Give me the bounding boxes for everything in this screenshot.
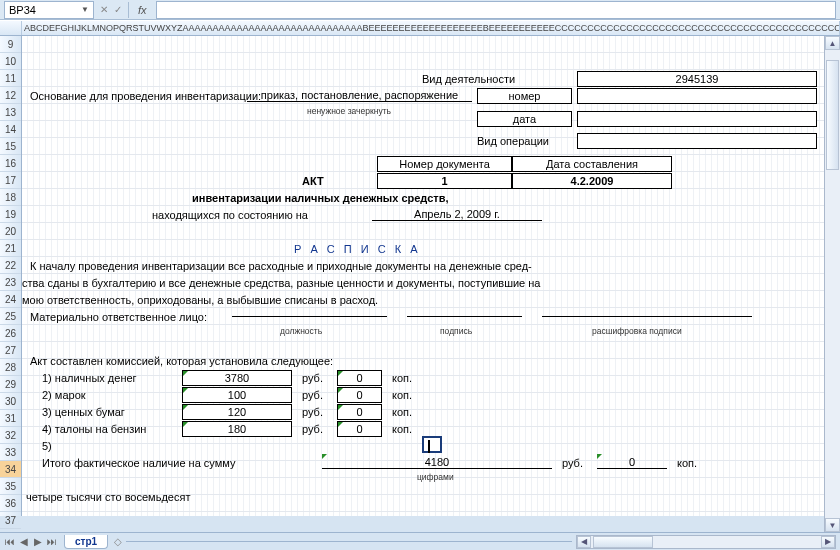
row-header-29[interactable]: 29 xyxy=(0,376,21,393)
row-header-28[interactable]: 28 xyxy=(0,359,21,376)
item3-rub[interactable]: 120 xyxy=(182,404,292,420)
item3-kop[interactable]: 0 xyxy=(337,404,382,420)
tab-last-icon[interactable]: ⏭ xyxy=(46,536,58,547)
activity-value-cell: 2945139 xyxy=(577,71,817,87)
doc-number-value: 1 xyxy=(377,173,512,189)
row-headers[interactable]: 9101112131415161718192021222324252627282… xyxy=(0,36,22,516)
item4-label: 4) талоны на бензин xyxy=(42,423,146,435)
total-label: Итого фактическое наличие на сумму xyxy=(42,457,235,469)
akt-title: инвентаризации наличных денежных средств… xyxy=(192,192,449,204)
sign-caption: подпись xyxy=(440,326,472,336)
para-line-3: мою ответственность, оприходованы, а выб… xyxy=(22,294,378,306)
formula-icons: ✕ ✓ xyxy=(100,4,122,15)
doc-date-header: Дата составления xyxy=(512,156,672,172)
column-headers[interactable]: ABCDEFGHIJKLMNOPQRSTUVWXYZAAAAAAAAAAAAAA… xyxy=(0,20,840,36)
amount-words: четыре тысячи сто восемьдесят xyxy=(26,491,190,503)
item2-label: 2) марок xyxy=(42,389,86,401)
para-line-1: К началу проведения инвентаризации все р… xyxy=(30,260,532,272)
active-cell[interactable] xyxy=(422,436,442,453)
resp-person-label: Материально ответственное лицо: xyxy=(30,311,207,323)
row-header-11[interactable]: 11 xyxy=(0,70,21,87)
resp-sign-line[interactable] xyxy=(407,316,522,317)
row-header-32[interactable]: 32 xyxy=(0,427,21,444)
select-all-corner[interactable] xyxy=(0,21,22,35)
row-header-12[interactable]: 12 xyxy=(0,87,21,104)
sheet-tabs-bar: ⏮ ◀ ▶ ⏭ стр1 ◇ ◀ ▶ xyxy=(0,532,840,550)
enter-icon[interactable]: ✓ xyxy=(114,4,122,15)
scroll-up-icon[interactable]: ▲ xyxy=(825,36,840,50)
order-underline: приказ, постановление, распоряжение xyxy=(247,89,472,102)
name-box[interactable]: BP34 ▼ xyxy=(4,1,94,19)
row-header-27[interactable]: 27 xyxy=(0,342,21,359)
item5-label: 5) xyxy=(42,440,52,452)
formula-bar: BP34 ▼ ✕ ✓ fx xyxy=(0,0,840,20)
row-header-20[interactable]: 20 xyxy=(0,223,21,240)
name-box-value: BP34 xyxy=(9,4,36,16)
vertical-scrollbar[interactable]: ▲ ▼ xyxy=(824,36,840,532)
as-of-date: Апрель 2, 2009 г. xyxy=(372,208,542,221)
sheet-tab-active[interactable]: стр1 xyxy=(64,535,108,549)
row-header-22[interactable]: 22 xyxy=(0,257,21,274)
date-value-cell[interactable] xyxy=(577,111,817,127)
formula-input[interactable] xyxy=(156,1,836,19)
row-header-26[interactable]: 26 xyxy=(0,325,21,342)
row-header-15[interactable]: 15 xyxy=(0,138,21,155)
row-header-18[interactable]: 18 xyxy=(0,189,21,206)
label-operation-type: Вид операции xyxy=(477,135,549,147)
text-caret xyxy=(428,440,430,453)
fx-icon[interactable]: fx xyxy=(135,4,150,16)
item4-kop[interactable]: 0 xyxy=(337,421,382,437)
scroll-track[interactable] xyxy=(825,50,840,518)
row-header-35[interactable]: 35 xyxy=(0,478,21,495)
raspiska-title: Р А С П И С К А xyxy=(294,243,421,255)
tab-first-icon[interactable]: ⏮ xyxy=(4,536,16,547)
scroll-left-icon[interactable]: ◀ xyxy=(577,536,591,548)
item1-rub[interactable]: 3780 xyxy=(182,370,292,386)
row-header-21[interactable]: 21 xyxy=(0,240,21,257)
tab-prev-icon[interactable]: ◀ xyxy=(18,536,30,547)
row-header-19[interactable]: 19 xyxy=(0,206,21,223)
row-header-23[interactable]: 23 xyxy=(0,274,21,291)
row-header-10[interactable]: 10 xyxy=(0,53,21,70)
scroll-thumb[interactable] xyxy=(826,60,839,170)
item4-rub[interactable]: 180 xyxy=(182,421,292,437)
hscroll-thumb[interactable] xyxy=(593,536,653,548)
name-box-dropdown-icon[interactable]: ▼ xyxy=(81,5,89,14)
row-header-37[interactable]: 37 xyxy=(0,512,21,529)
doc-number-header: Номер документа xyxy=(377,156,512,172)
row-header-17[interactable]: 17 xyxy=(0,172,21,189)
row-header-36[interactable]: 36 xyxy=(0,495,21,512)
cancel-icon[interactable]: ✕ xyxy=(100,4,108,15)
item3-label: 3) ценных бумаг xyxy=(42,406,125,418)
row-header-34[interactable]: 34 xyxy=(0,461,21,478)
row-header-24[interactable]: 24 xyxy=(0,291,21,308)
tab-next-icon[interactable]: ▶ xyxy=(32,536,44,547)
commission-label: Акт составлен комиссией, которая установ… xyxy=(30,355,333,367)
row-header-33[interactable]: 33 xyxy=(0,444,21,461)
label-activity-type: Вид деятельности xyxy=(422,73,515,85)
para-line-2: ства сданы в бухгалтерию и все денежные … xyxy=(22,277,540,289)
post-caption: должность xyxy=(280,326,322,336)
worksheet[interactable]: Вид деятельности 2945139 Основание для п… xyxy=(22,36,840,516)
new-sheet-icon[interactable]: ◇ xyxy=(114,536,122,547)
row-header-16[interactable]: 16 xyxy=(0,155,21,172)
row-header-9[interactable]: 9 xyxy=(0,36,21,53)
horizontal-scrollbar[interactable]: ◀ ▶ xyxy=(576,535,836,549)
column-letters[interactable]: ABCDEFGHIJKLMNOPQRSTUVWXYZAAAAAAAAAAAAAA… xyxy=(22,21,840,35)
decode-caption: расшифровка подписи xyxy=(592,326,682,336)
item2-rub[interactable]: 100 xyxy=(182,387,292,403)
row-header-30[interactable]: 30 xyxy=(0,393,21,410)
resp-decode-line[interactable] xyxy=(542,316,752,317)
scroll-right-icon[interactable]: ▶ xyxy=(821,536,835,548)
scroll-down-icon[interactable]: ▼ xyxy=(825,518,840,532)
item1-kop[interactable]: 0 xyxy=(337,370,382,386)
doc-date-value: 4.2.2009 xyxy=(512,173,672,189)
operation-value-cell[interactable] xyxy=(577,133,817,149)
row-header-31[interactable]: 31 xyxy=(0,410,21,427)
row-header-14[interactable]: 14 xyxy=(0,121,21,138)
row-header-25[interactable]: 25 xyxy=(0,308,21,325)
resp-post-line[interactable] xyxy=(232,316,387,317)
item2-kop[interactable]: 0 xyxy=(337,387,382,403)
row-header-13[interactable]: 13 xyxy=(0,104,21,121)
item1-label: 1) наличных денег xyxy=(42,372,137,384)
